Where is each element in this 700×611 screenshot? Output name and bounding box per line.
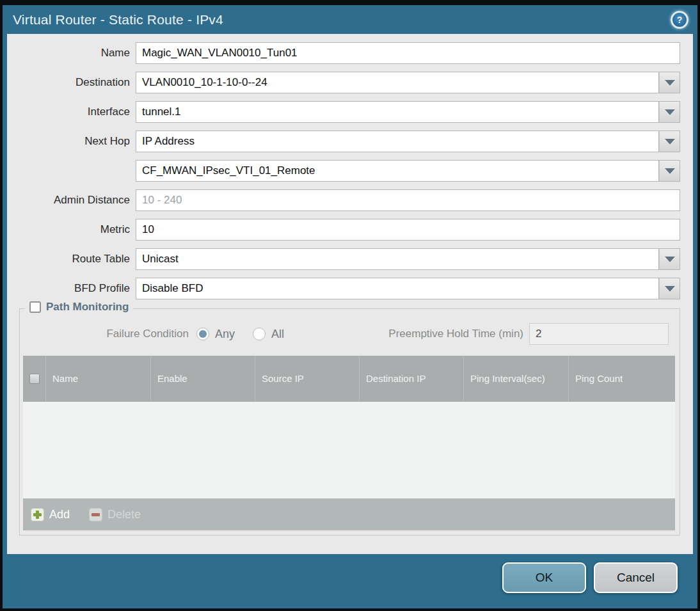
- table-header-row: Name Enable Source IP Destination IP Pin…: [23, 356, 675, 402]
- radio-label-all: All: [271, 328, 284, 341]
- delete-button[interactable]: Delete: [89, 508, 141, 521]
- column-header-ping-count: Ping Count: [569, 356, 675, 402]
- form-row-bfd-profile: BFD Profile: [7, 278, 693, 299]
- path-monitoring-checkbox[interactable]: [29, 301, 41, 313]
- dialog-title: Virtual Router - Static Route - IPv4: [13, 12, 223, 28]
- path-monitoring-title: Path Monitoring: [46, 301, 129, 313]
- next-hop-label: Next Hop: [7, 135, 136, 148]
- form-row-name: Name: [7, 42, 693, 64]
- bfd-profile-dropdown-button[interactable]: [659, 278, 680, 299]
- add-button-label: Add: [49, 508, 70, 521]
- failure-condition-option-any[interactable]: Any: [196, 328, 235, 341]
- route-table-input[interactable]: [136, 248, 659, 270]
- table-body-empty: [23, 402, 675, 498]
- form-row-destination: Destination: [7, 72, 693, 93]
- radio-selected-icon: [196, 328, 209, 340]
- help-icon[interactable]: ?: [671, 11, 688, 29]
- next-hop-type-dropdown-button[interactable]: [659, 131, 680, 152]
- form-row-metric: Metric: [7, 219, 693, 241]
- title-bar: Virtual Router - Static Route - IPv4 ?: [3, 5, 697, 34]
- form-row-route-table: Route Table: [7, 248, 693, 270]
- path-monitoring-section: Path Monitoring Failure Condition Any Al…: [19, 308, 680, 536]
- dialog-window: Virtual Router - Static Route - IPv4 ? N…: [3, 5, 697, 608]
- admin-distance-input[interactable]: [136, 189, 680, 211]
- route-table-dropdown-button[interactable]: [659, 248, 680, 270]
- preemptive-hold-time-label: Preemptive Hold Time (min): [388, 328, 529, 340]
- path-monitoring-legend: Path Monitoring: [25, 301, 133, 313]
- next-hop-address-dropdown-button[interactable]: [659, 160, 680, 182]
- form-row-next-hop: Next Hop: [7, 131, 693, 152]
- form-row-next-hop-address: [7, 160, 693, 182]
- bfd-profile-input[interactable]: [136, 278, 659, 299]
- delete-button-label: Delete: [107, 508, 141, 521]
- radio-label-any: Any: [215, 328, 235, 341]
- form-row-interface: Interface: [7, 101, 693, 123]
- dialog-body: Name Destination Interface: [7, 34, 693, 554]
- bfd-profile-label: BFD Profile: [7, 282, 136, 295]
- next-hop-address-input[interactable]: [136, 160, 659, 182]
- form-row-admin-distance: Admin Distance: [7, 189, 693, 211]
- chevron-down-icon: [665, 257, 675, 262]
- preemptive-hold-time-input[interactable]: [529, 323, 669, 345]
- interface-input[interactable]: [136, 101, 659, 123]
- chevron-down-icon: [665, 80, 675, 86]
- ok-button[interactable]: OK: [502, 562, 586, 593]
- chevron-down-icon: [665, 168, 675, 174]
- table-header-checkbox-cell: [23, 356, 46, 402]
- destination-input[interactable]: [136, 72, 659, 93]
- cancel-button[interactable]: Cancel: [594, 562, 678, 593]
- failure-condition-row: Failure Condition Any All Preemptive Hol…: [20, 323, 680, 345]
- next-hop-type-input[interactable]: [136, 131, 659, 152]
- select-all-checkbox[interactable]: [29, 374, 40, 384]
- chevron-down-icon: [665, 139, 675, 145]
- column-header-source-ip: Source IP: [255, 356, 360, 402]
- add-button[interactable]: Add: [31, 508, 70, 521]
- metric-label: Metric: [7, 223, 136, 236]
- admin-distance-label: Admin Distance: [7, 194, 136, 207]
- name-input[interactable]: [136, 42, 680, 64]
- failure-condition-radio-group: Any All: [196, 328, 284, 341]
- chevron-down-icon: [665, 109, 675, 115]
- destination-dropdown-button[interactable]: [659, 72, 680, 93]
- column-header-name: Name: [46, 356, 151, 402]
- column-header-enable: Enable: [151, 356, 255, 402]
- interface-dropdown-button[interactable]: [659, 101, 680, 123]
- radio-unselected-icon: [253, 328, 266, 340]
- metric-input[interactable]: [136, 219, 680, 241]
- delete-minus-icon: [89, 508, 102, 521]
- chevron-down-icon: [665, 286, 675, 292]
- destination-label: Destination: [7, 76, 136, 89]
- add-plus-icon: [31, 508, 44, 521]
- name-label: Name: [7, 47, 136, 60]
- route-table-label: Route Table: [7, 253, 136, 266]
- path-monitoring-table: Name Enable Source IP Destination IP Pin…: [23, 356, 675, 530]
- table-toolbar: Add Delete: [23, 498, 675, 530]
- failure-condition-label: Failure Condition: [20, 328, 189, 340]
- column-header-destination-ip: Destination IP: [360, 356, 464, 402]
- column-header-ping-interval: Ping Interval(sec): [464, 356, 569, 402]
- help-glyph: ?: [677, 15, 683, 25]
- interface-label: Interface: [7, 106, 136, 118]
- failure-condition-option-all[interactable]: All: [253, 328, 284, 341]
